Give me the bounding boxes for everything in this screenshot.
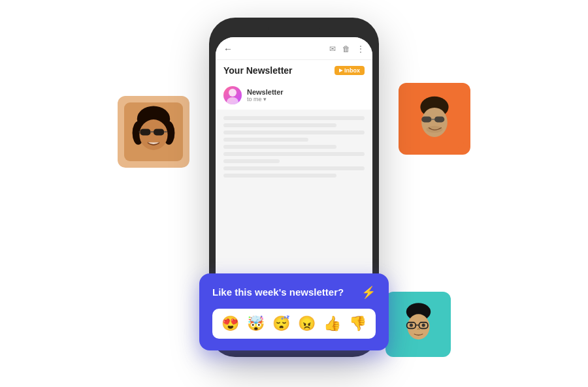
emoji-mindblown[interactable]: 🤯: [247, 315, 265, 332]
phone-notch-area: [209, 18, 379, 37]
email-nav-icons: ✉ 🗑 ⋮: [329, 44, 365, 54]
scene: ← ✉ 🗑 ⋮ Your Newsletter Inbox: [170, 18, 418, 370]
content-line-3: [223, 131, 365, 134]
content-line-2: [223, 123, 336, 127]
emoji-love[interactable]: 😍: [221, 315, 239, 332]
content-line-9: [223, 174, 336, 178]
svg-point-16: [426, 125, 442, 132]
email-sender-row: Newsletter to me ▾: [216, 81, 372, 110]
avatar-woman: [118, 96, 189, 168]
svg-rect-5: [140, 129, 150, 135]
survey-question: Like this week's newsletter?: [212, 286, 344, 298]
content-line-1: [223, 116, 365, 120]
svg-rect-14: [434, 116, 444, 122]
phone-notch: [268, 24, 320, 36]
emoji-thumbsdown[interactable]: 👎: [349, 315, 367, 332]
emoji-sleeping[interactable]: 😴: [272, 315, 290, 332]
sender-to-row: to me ▾: [247, 96, 284, 102]
content-line-7: [223, 159, 280, 163]
content-line-5: [223, 145, 336, 149]
sender-avatar: [223, 86, 242, 104]
more-icon[interactable]: ⋮: [357, 44, 365, 54]
back-button[interactable]: ←: [223, 44, 233, 54]
svg-rect-13: [421, 116, 431, 122]
survey-title-row: Like this week's newsletter? ⚡: [212, 285, 376, 300]
email-title-row: Your Newsletter Inbox: [216, 60, 372, 81]
trash-icon[interactable]: 🗑: [342, 44, 350, 54]
sender-info: Newsletter to me ▾: [247, 88, 284, 102]
emoji-reaction-row[interactable]: 😍 🤯 😴 😠 👍 👎: [212, 309, 376, 339]
svg-point-23: [409, 324, 412, 327]
email-body-lines: [216, 110, 372, 184]
emoji-thumbsup[interactable]: 👍: [323, 315, 341, 332]
content-line-4: [223, 138, 308, 142]
svg-point-24: [421, 324, 425, 327]
svg-point-25: [229, 89, 237, 97]
avatar-man-orange: [399, 83, 470, 155]
svg-point-26: [227, 97, 238, 104]
content-line-8: [223, 166, 365, 170]
emoji-angry[interactable]: 😠: [298, 315, 316, 332]
content-line-6: [223, 152, 365, 156]
svg-point-19: [407, 314, 429, 339]
survey-card: Like this week's newsletter? ⚡ 😍 🤯 😴 😠 👍…: [199, 273, 389, 350]
inbox-badge: Inbox: [335, 66, 365, 75]
sender-name: Newsletter: [247, 88, 284, 96]
lightning-icon: ⚡: [361, 285, 376, 300]
svg-rect-6: [154, 129, 164, 135]
email-header: ← ✉ 🗑 ⋮: [216, 37, 372, 60]
email-subject-title: Your Newsletter: [223, 65, 293, 76]
email-icon[interactable]: ✉: [329, 44, 336, 54]
avatar-man-teal: [385, 292, 451, 357]
